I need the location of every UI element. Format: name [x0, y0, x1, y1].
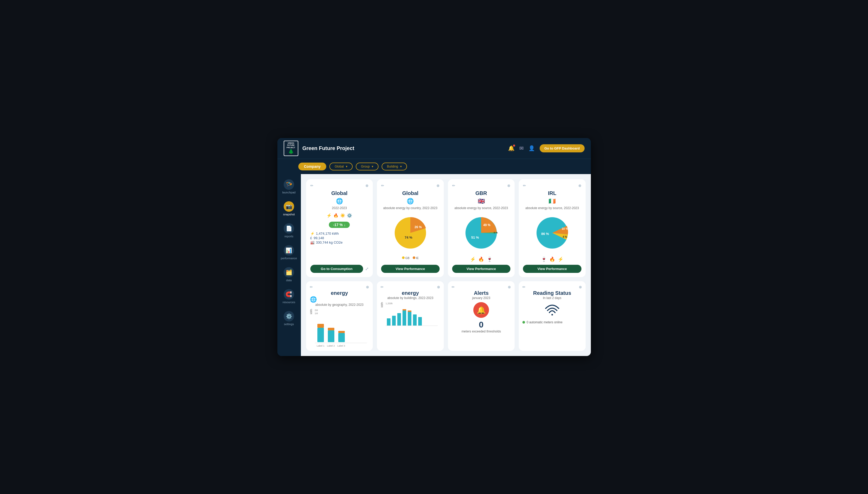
card-energy-buildings-edit-icon[interactable]: ✏ — [380, 285, 384, 289]
card-energy-buildings: ✏ ⊗ energy absolute by buildings, 2022-2… — [377, 281, 444, 351]
y-tick-1m: 1M — [315, 312, 369, 315]
status-dot-green — [522, 321, 525, 324]
card-global-pie-subtitle: absolute energy by country, 2022-2023 — [383, 206, 437, 210]
svg-text:51 %: 51 % — [471, 235, 479, 240]
company-filter-button[interactable]: Company — [298, 163, 327, 170]
svg-rect-15 — [338, 333, 345, 342]
notification-bell-icon[interactable]: 🔔 — [508, 145, 515, 151]
card-irl-title: IRL — [548, 190, 556, 196]
performance-label: performance — [281, 257, 297, 260]
performance-icon: 📊 — [285, 247, 292, 253]
svg-text:49 %: 49 % — [483, 223, 491, 227]
card-energy-buildings-header: ✏ ⊗ — [380, 285, 440, 289]
sidebar-item-reports[interactable]: 📄 reports — [284, 223, 294, 238]
view-performance-button-2[interactable]: View Performance — [381, 265, 440, 273]
card-energy-buildings-close-icon[interactable]: ⊗ — [437, 285, 440, 289]
main-content: ✏ ⊗ Global 🌐 2022-2023 ⚡ 🔥 ☀️ ⚙️ -17 % ↓ — [301, 174, 591, 356]
expand-icon[interactable]: ⤢ — [365, 266, 369, 271]
card-reading-status-close-icon[interactable]: ⊗ — [579, 285, 582, 289]
notification-dot — [513, 145, 515, 147]
gfp-dashboard-button[interactable]: Go to GFP Dashboard — [540, 144, 585, 152]
view-performance-button-gbr[interactable]: View Performance — [452, 265, 511, 273]
go-to-consumption-button[interactable]: Go to Consumption — [310, 265, 363, 273]
reports-icon: 📄 — [286, 225, 292, 232]
user-icon[interactable]: 👤 — [528, 145, 535, 151]
building-chevron-icon: ▾ — [400, 165, 402, 168]
badge-value: -17 % — [333, 223, 343, 227]
card-global-pie-close-icon[interactable]: ⊗ — [436, 184, 440, 188]
card-reading-status-edit-icon[interactable]: ✏ — [522, 285, 526, 289]
card-gbr-title: GBR — [475, 190, 487, 196]
card-global-pie-title: Global — [402, 190, 418, 196]
svg-text:86 %: 86 % — [541, 232, 549, 236]
card-energy-geo-title: energy — [310, 290, 369, 296]
svg-rect-19 — [392, 316, 396, 326]
gbr-pie-chart: 51 % 49 % 0 % — [460, 212, 502, 254]
card-global-summary-footer: Go to Consumption ⤢ — [310, 265, 369, 273]
card-global-pie: ✏ ⊗ Global 🌐 absolute energy by country,… — [377, 179, 444, 277]
sidebar-item-snapshot[interactable]: 📷 snapshot — [283, 201, 295, 216]
card-energy-geo-edit-icon[interactable]: ✏ — [310, 285, 313, 289]
card-energy-geo-header: ✏ ⊗ — [310, 285, 369, 289]
card-global-summary-title: Global — [331, 190, 348, 196]
card-irl-subtitle: absolute energy by source, 2022-2023 — [525, 206, 579, 210]
card-reading-status: ✏ ⊗ Reading Status In last 2 days — [519, 281, 586, 351]
x-axis-labels: Label 1 Label 2 Label 3 — [317, 344, 369, 347]
lightning-icon: ⚡ — [327, 213, 332, 218]
x-label-3: Label 3 — [337, 344, 345, 347]
cocktail-irl-icon: 🍷 — [541, 256, 547, 262]
main-layout: 🪂 launchpad 📷 snapshot 📄 reports 📊 — [277, 174, 591, 356]
launchpad-icon-circle: 🪂 — [284, 179, 294, 190]
gb-legend: GB — [402, 256, 410, 260]
card-energy-geo-globe-icon: 🌐 — [310, 296, 369, 303]
sidebar-item-data[interactable]: 🗂️ data — [284, 267, 294, 282]
card-gbr-edit-icon[interactable]: ✏ — [452, 184, 455, 188]
group-filter-dropdown[interactable]: Group ▾ — [356, 163, 378, 170]
card-global-pie-edit-icon[interactable]: ✏ — [381, 184, 384, 188]
energy-icons-row: ⚡ 🔥 ☀️ ⚙️ — [327, 213, 352, 218]
gbr-source-icons: ⚡ 🔥 🍷 — [470, 256, 492, 262]
card-global-summary-subtitle: 2022-2023 — [332, 206, 347, 210]
global-pie-chart: 74 % 26 % — [390, 212, 431, 254]
data-icon: 🗂️ — [286, 269, 292, 276]
view-performance-button-irl[interactable]: View Performance — [523, 265, 581, 273]
cost-value: 99,148 — [314, 236, 324, 240]
svg-rect-24 — [408, 310, 411, 312]
svg-rect-21 — [402, 310, 406, 326]
card-global-summary-edit-icon[interactable]: ✏ — [310, 184, 313, 188]
card-energy-geo-subtitle: absolute by geography, 2022-2023 — [310, 303, 369, 307]
cocktail-source-icon: 🍷 — [487, 256, 492, 262]
alert-bell-circle: 🔔 — [473, 302, 489, 318]
card-alerts-edit-icon[interactable]: ✏ — [452, 285, 455, 289]
buildings-bar-chart — [386, 305, 438, 326]
card-alerts: ✏ ⊗ Alerts january 2023 🔔 0 meters excee… — [448, 281, 515, 351]
card-alerts-close-icon[interactable]: ⊗ — [508, 285, 511, 289]
send-icon[interactable]: ✉ — [519, 145, 524, 151]
sidebar-item-settings[interactable]: ⚙️ settings — [284, 311, 294, 326]
resources-label: resources — [283, 301, 295, 304]
card-irl-edit-icon[interactable]: ✏ — [523, 184, 526, 188]
irl-source-icons: 🍷 🔥 ⚡ — [541, 256, 564, 262]
card-energy-geo-close-icon[interactable]: ⊗ — [366, 285, 369, 289]
card-global-pie-globe-icon: 🌐 — [407, 198, 414, 205]
building-filter-dropdown[interactable]: Building ▾ — [382, 163, 407, 170]
sidebar-item-performance[interactable]: 📊 performance — [281, 245, 297, 260]
card-gbr-close-icon[interactable]: ⊗ — [507, 184, 510, 188]
card-global-summary-globe-icon: 🌐 — [336, 198, 343, 205]
sidebar-item-resources[interactable]: 🧲 resources — [283, 289, 295, 304]
flame-irl-icon: 🔥 — [549, 256, 555, 262]
card-gbr: ✏ ⊗ GBR 🇬🇧 absolute energy by source, 20… — [448, 179, 515, 277]
auto-meters-status: 0 automatic meters online — [522, 320, 582, 324]
snapshot-icon-circle: 📷 — [284, 201, 294, 212]
card-gbr-header: ✏ ⊗ — [452, 184, 511, 188]
svg-text:4 %: 4 % — [563, 235, 567, 239]
app-header: GREENFUTUREPROJECT 🌲 Green Future Projec… — [277, 138, 591, 159]
global-pie-legend: GB IE — [402, 256, 419, 260]
y-tick-2m: 2M — [315, 309, 369, 311]
lightning-source-icon: ⚡ — [470, 256, 476, 262]
card-global-summary-close-icon[interactable]: ⊗ — [366, 184, 369, 188]
card-irl-close-icon[interactable]: ⊗ — [578, 184, 581, 188]
global-filter-dropdown[interactable]: Global ▾ — [329, 163, 353, 170]
sidebar-item-launchpad[interactable]: 🪂 launchpad — [282, 179, 296, 194]
pound-icon: £ — [310, 236, 312, 240]
